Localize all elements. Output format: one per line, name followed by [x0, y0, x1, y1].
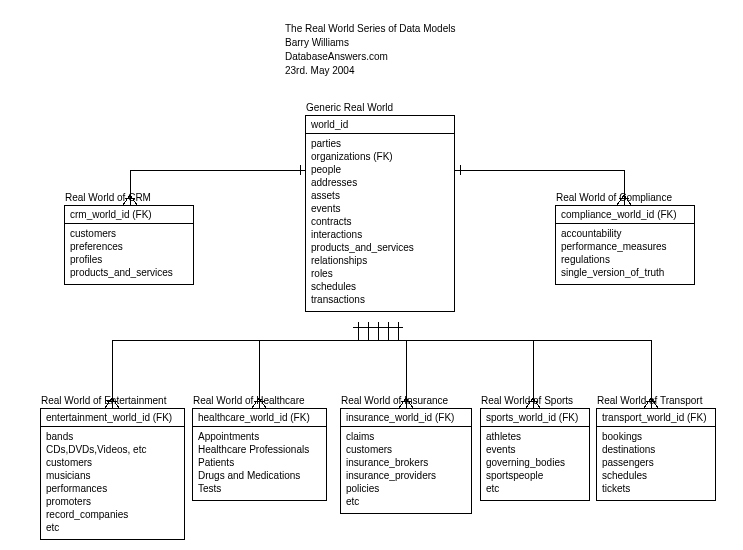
entity-pk: insurance_world_id (FK): [341, 409, 471, 427]
attr: performance_measures: [561, 240, 689, 253]
entity-insurance: Real World of Insurance insurance_world_…: [340, 408, 472, 514]
attr: etc: [346, 495, 466, 508]
header-author: Barry Williams: [285, 36, 455, 50]
attr: transactions: [311, 293, 449, 306]
entity-title: Generic Real World: [306, 102, 393, 113]
entity-pk: compliance_world_id (FK): [556, 206, 694, 224]
entity-pk: crm_world_id (FK): [65, 206, 193, 224]
entity-attrs: bookings destinations passengers schedul…: [597, 427, 715, 500]
attr: contracts: [311, 215, 449, 228]
attr: preferences: [70, 240, 188, 253]
attr: schedules: [602, 469, 710, 482]
attr: promoters: [46, 495, 179, 508]
entity-attrs: Appointments Healthcare Professionals Pa…: [193, 427, 326, 500]
attr: roles: [311, 267, 449, 280]
attr: destinations: [602, 443, 710, 456]
attr: relationships: [311, 254, 449, 267]
entity-title: Real World of Transport: [597, 395, 702, 406]
attr: policies: [346, 482, 466, 495]
attr: parties: [311, 137, 449, 150]
entity-attrs: athletes events governing_bodies sportsp…: [481, 427, 589, 500]
attr: musicians: [46, 469, 179, 482]
entity-title: Real World of Compliance: [556, 192, 672, 203]
attr: sportspeople: [486, 469, 584, 482]
entity-pk: sports_world_id (FK): [481, 409, 589, 427]
attr: Patients: [198, 456, 321, 469]
attr: bands: [46, 430, 179, 443]
attr: accountability: [561, 227, 689, 240]
entity-generic-real-world: Generic Real World world_id parties orga…: [305, 115, 455, 312]
entity-transport: Real World of Transport transport_world_…: [596, 408, 716, 501]
attr: events: [311, 202, 449, 215]
attr: schedules: [311, 280, 449, 293]
diagram-header: The Real World Series of Data Models Bar…: [285, 22, 455, 78]
entity-attrs: claims customers insurance_brokers insur…: [341, 427, 471, 513]
entity-title: Real World of Entertainment: [41, 395, 166, 406]
attr: insurance_brokers: [346, 456, 466, 469]
attr: record_companies: [46, 508, 179, 521]
entity-title: Real World of Healthcare: [193, 395, 305, 406]
entity-attrs: parties organizations (FK) people addres…: [306, 134, 454, 311]
attr: CDs,DVDs,Videos, etc: [46, 443, 179, 456]
entity-sports: Real World of Sports sports_world_id (FK…: [480, 408, 590, 501]
attr: Drugs and Medications: [198, 469, 321, 482]
attr: products_and_services: [311, 241, 449, 254]
entity-title: Real World of CRM: [65, 192, 151, 203]
entity-pk: world_id: [306, 116, 454, 134]
entity-compliance: Real World of Compliance compliance_worl…: [555, 205, 695, 285]
entity-pk: healthcare_world_id (FK): [193, 409, 326, 427]
entity-title: Real World of Sports: [481, 395, 573, 406]
attr: Tests: [198, 482, 321, 495]
diagram-canvas: The Real World Series of Data Models Bar…: [0, 0, 743, 550]
attr: etc: [46, 521, 179, 534]
attr: Appointments: [198, 430, 321, 443]
attr: performances: [46, 482, 179, 495]
header-date: 23rd. May 2004: [285, 64, 455, 78]
attr: events: [486, 443, 584, 456]
attr: regulations: [561, 253, 689, 266]
attr: profiles: [70, 253, 188, 266]
attr: products_and_services: [70, 266, 188, 279]
attr: people: [311, 163, 449, 176]
entity-attrs: customers preferences profiles products_…: [65, 224, 193, 284]
header-site: DatabaseAnswers.com: [285, 50, 455, 64]
entity-pk: entertainment_world_id (FK): [41, 409, 184, 427]
attr: etc: [486, 482, 584, 495]
entity-crm: Real World of CRM crm_world_id (FK) cust…: [64, 205, 194, 285]
attr: customers: [46, 456, 179, 469]
attr: Healthcare Professionals: [198, 443, 321, 456]
attr: customers: [346, 443, 466, 456]
attr: insurance_providers: [346, 469, 466, 482]
entity-pk: transport_world_id (FK): [597, 409, 715, 427]
attr: addresses: [311, 176, 449, 189]
attr: tickets: [602, 482, 710, 495]
attr: interactions: [311, 228, 449, 241]
entity-entertainment: Real World of Entertainment entertainmen…: [40, 408, 185, 540]
attr: athletes: [486, 430, 584, 443]
attr: claims: [346, 430, 466, 443]
attr: single_version_of_truth: [561, 266, 689, 279]
attr: passengers: [602, 456, 710, 469]
attr: assets: [311, 189, 449, 202]
entity-attrs: bands CDs,DVDs,Videos, etc customers mus…: [41, 427, 184, 539]
attr: governing_bodies: [486, 456, 584, 469]
attr: bookings: [602, 430, 710, 443]
header-title: The Real World Series of Data Models: [285, 22, 455, 36]
attr: organizations (FK): [311, 150, 449, 163]
entity-healthcare: Real World of Healthcare healthcare_worl…: [192, 408, 327, 501]
attr: customers: [70, 227, 188, 240]
entity-title: Real World of Insurance: [341, 395, 448, 406]
entity-attrs: accountability performance_measures regu…: [556, 224, 694, 284]
